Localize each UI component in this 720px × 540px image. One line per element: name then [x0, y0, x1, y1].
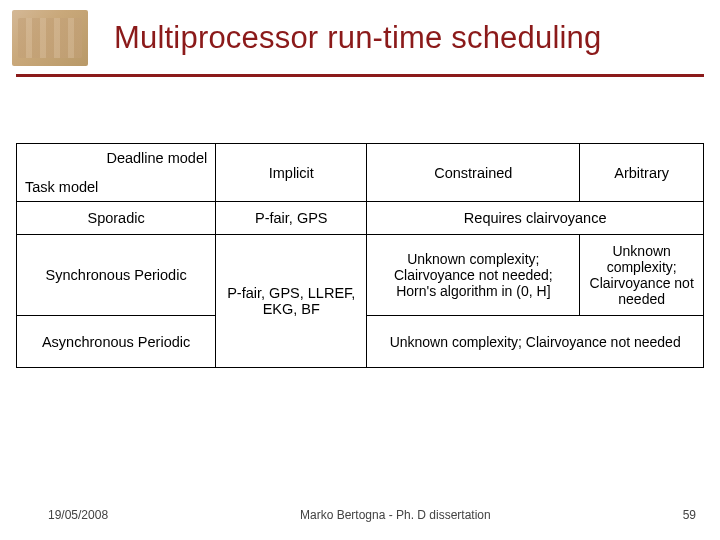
slide-title: Multiprocessor run-time scheduling	[114, 20, 602, 56]
slide-header: Multiprocessor run-time scheduling	[0, 0, 720, 66]
deadline-model-label: Deadline model	[106, 150, 207, 166]
footer-author: Marko Bertogna - Ph. D dissertation	[108, 508, 683, 522]
cell-sporadic-implicit: P-fair, GPS	[216, 202, 367, 235]
col-arbitrary: Arbitrary	[580, 144, 704, 202]
col-implicit: Implicit	[216, 144, 367, 202]
slide-footer: 19/05/2008 Marko Bertogna - Ph. D disser…	[0, 508, 720, 522]
row-synchronous: Synchronous Periodic P-fair, GPS, LLREF,…	[17, 235, 704, 316]
row-label-synchronous: Synchronous Periodic	[17, 235, 216, 316]
cell-async-span: Unknown complexity; Clairvoyance not nee…	[367, 316, 704, 368]
col-constrained: Constrained	[367, 144, 580, 202]
axis-header-cell: Deadline model Task model	[17, 144, 216, 202]
scheduling-table: Deadline model Task model Implicit Const…	[16, 143, 704, 368]
cell-shared-implicit: P-fair, GPS, LLREF, EKG, BF	[216, 235, 367, 368]
cell-sync-constrained: Unknown complexity; Clairvoyance not nee…	[367, 235, 580, 316]
footer-date: 19/05/2008	[48, 508, 108, 522]
row-label-asynchronous: Asynchronous Periodic	[17, 316, 216, 368]
row-label-sporadic: Sporadic	[17, 202, 216, 235]
cell-sync-arbitrary: Unknown complexity; Clairvoyance not nee…	[580, 235, 704, 316]
row-sporadic: Sporadic P-fair, GPS Requires clairvoyan…	[17, 202, 704, 235]
cell-sporadic-span: Requires clairvoyance	[367, 202, 704, 235]
footer-page-number: 59	[683, 508, 696, 522]
table-header-row: Deadline model Task model Implicit Const…	[17, 144, 704, 202]
task-model-label: Task model	[25, 179, 98, 195]
title-underline	[16, 74, 704, 77]
logo-image	[12, 10, 88, 66]
